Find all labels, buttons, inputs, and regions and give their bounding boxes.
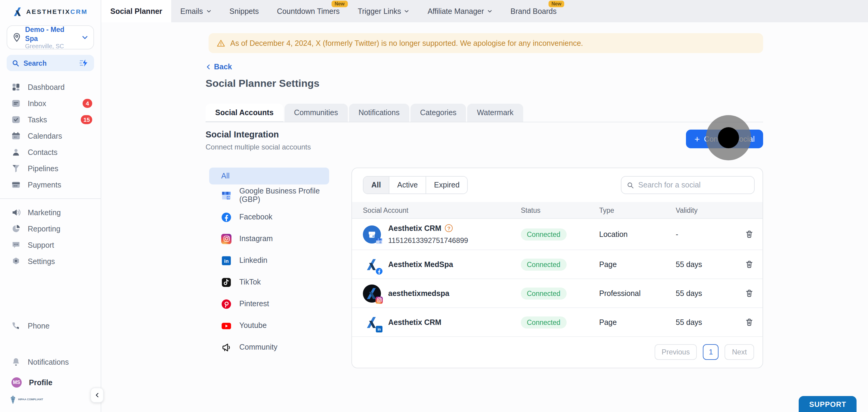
- account-avatar-linkedin: in: [363, 313, 381, 331]
- account-name: aesthetixmedspa: [388, 289, 450, 297]
- sidebar-item-support[interactable]: Support: [0, 237, 101, 253]
- linkedin-icon: in: [221, 255, 231, 265]
- sidebar-item-marketing[interactable]: Marketing: [0, 204, 101, 221]
- nav-item-affiliate-manager[interactable]: Affiliate Manager: [418, 0, 501, 22]
- sidebar-item-tasks[interactable]: Tasks 15: [0, 112, 101, 128]
- location-switcher[interactable]: Demo - Med Spa Greenville, SC: [7, 25, 94, 50]
- next-page-button[interactable]: Next: [725, 344, 754, 360]
- account-name: Aesthetix CRM: [388, 318, 441, 326]
- svg-text:in: in: [224, 258, 228, 264]
- segment-active[interactable]: Active: [390, 177, 426, 193]
- table-row: G G: [352, 219, 763, 250]
- svg-text:G: G: [227, 196, 229, 199]
- sidebar-menu: Dashboard Inbox 4 Tasks 15: [0, 79, 101, 270]
- status-filter-segmented: All Active Expired: [363, 176, 468, 194]
- sidebar-item-calendars[interactable]: Calendars: [0, 128, 101, 144]
- app-root: AESTHETIXCRM Demo - Med Spa Greenville, …: [0, 0, 868, 412]
- aesthetix-logo-icon: [13, 6, 23, 17]
- table-header: Social Account Status Type Validity: [352, 202, 763, 219]
- payments-icon: [11, 180, 21, 189]
- segment-expired[interactable]: Expired: [426, 177, 467, 193]
- filter-item-linkedin[interactable]: in Linkedin: [209, 250, 329, 271]
- sidebar-search[interactable]: Search: [7, 55, 94, 71]
- account-validity: -: [676, 230, 736, 239]
- community-megaphone-icon: [221, 342, 231, 352]
- location-name: Demo - Med Spa: [25, 25, 78, 43]
- delete-account-button[interactable]: [741, 314, 757, 330]
- account-type: Page: [599, 318, 676, 326]
- nav-item-trigger-links[interactable]: Trigger Links: [349, 0, 418, 22]
- table-row: in Aesthetix CRM Connected Page 55 days: [352, 308, 763, 337]
- reporting-icon: [11, 224, 21, 233]
- marketing-icon: [11, 208, 21, 217]
- phone-icon: [11, 321, 21, 330]
- previous-page-button[interactable]: Previous: [654, 344, 697, 360]
- delete-account-button[interactable]: [741, 285, 757, 301]
- section-subheading: Connect multiple social accounts: [206, 143, 311, 151]
- social-accounts-card: All Active Expired: [351, 167, 763, 368]
- filter-item-pinterest[interactable]: Pinterest: [209, 293, 329, 315]
- support-button[interactable]: SUPPORT: [799, 396, 857, 412]
- pipelines-icon: [11, 164, 21, 173]
- sidebar-item-pipelines[interactable]: Pipelines: [0, 160, 101, 177]
- svg-text:G: G: [380, 241, 381, 243]
- filter-item-tiktok[interactable]: TikTok: [209, 271, 329, 293]
- social-search-input[interactable]: [638, 181, 749, 189]
- hipaa-compliance-logo: HIPAA COMPLIANT: [10, 395, 43, 404]
- contacts-icon: [11, 148, 21, 157]
- nav-item-countdown-timers[interactable]: Countdown Timers New: [268, 0, 349, 22]
- support-chat-icon: [11, 241, 21, 250]
- bell-icon: [11, 357, 21, 367]
- nav-item-emails[interactable]: Emails: [171, 0, 220, 22]
- sidebar-item-notifications[interactable]: Notifications: [0, 354, 101, 370]
- account-id: 11512613392751746899: [388, 236, 468, 245]
- delete-account-button[interactable]: [741, 226, 757, 242]
- facebook-badge-icon: [375, 267, 383, 275]
- nav-item-snippets[interactable]: Snippets: [220, 0, 268, 22]
- filter-item-instagram[interactable]: Instagram: [209, 228, 329, 250]
- column-social-account: Social Account: [363, 207, 521, 214]
- warning-icon: [216, 39, 225, 47]
- delete-account-button[interactable]: [741, 256, 757, 272]
- sidebar-collapse-button[interactable]: [90, 388, 104, 403]
- sidebar-item-contacts[interactable]: Contacts: [0, 144, 101, 160]
- tab-notifications[interactable]: Notifications: [349, 104, 409, 122]
- filter-item-google-business[interactable]: G Google Business Profile (GBP): [209, 185, 329, 206]
- account-type: Page: [599, 260, 676, 268]
- chevron-down-icon: [206, 8, 211, 14]
- filter-item-youtube[interactable]: Youtube: [209, 315, 329, 336]
- sidebar-item-settings[interactable]: Settings: [0, 253, 101, 270]
- sidebar-item-phone[interactable]: Phone: [0, 318, 101, 334]
- tab-communities[interactable]: Communities: [284, 104, 348, 122]
- svg-text:G: G: [373, 235, 374, 237]
- connect-social-button[interactable]: + Connect Social: [686, 130, 763, 148]
- tab-watermark[interactable]: Watermark: [467, 104, 523, 122]
- sidebar-item-inbox[interactable]: Inbox 4: [0, 95, 101, 112]
- search-icon: [627, 181, 634, 189]
- sidebar-item-profile[interactable]: MS Profile: [0, 374, 101, 390]
- chevron-down-icon: [82, 34, 89, 41]
- quick-action-bolt-icon: [80, 59, 89, 67]
- brand-wordmark: AESTHETIXCRM: [26, 8, 88, 15]
- sidebar-item-reporting[interactable]: Reporting: [0, 221, 101, 237]
- sidebar-item-payments[interactable]: Payments: [0, 177, 101, 193]
- sidebar-item-dashboard[interactable]: Dashboard: [0, 79, 101, 95]
- account-type: Location: [599, 230, 676, 239]
- filter-item-all[interactable]: All: [209, 167, 329, 185]
- instagram-badge-icon: [375, 296, 383, 304]
- tab-categories[interactable]: Categories: [410, 104, 466, 122]
- help-icon[interactable]: ?: [445, 224, 453, 232]
- nav-item-brand-boards[interactable]: Brand Boards New: [501, 0, 566, 22]
- filter-item-facebook[interactable]: Facebook: [209, 206, 329, 228]
- trash-icon: [745, 289, 753, 298]
- plus-icon: +: [694, 133, 700, 144]
- main-content: As of December 4, 2024, X (formerly Twit…: [101, 22, 868, 412]
- filter-item-community[interactable]: Community: [209, 336, 329, 358]
- status-badge: Connected: [521, 258, 566, 271]
- nav-item-social-planner[interactable]: Social Planner: [101, 0, 171, 22]
- sidebar-search-label: Search: [24, 59, 47, 67]
- tab-social-accounts[interactable]: Social Accounts: [206, 104, 283, 122]
- current-page-button[interactable]: 1: [703, 344, 719, 360]
- segment-all[interactable]: All: [364, 177, 390, 193]
- back-link[interactable]: Back: [206, 63, 232, 71]
